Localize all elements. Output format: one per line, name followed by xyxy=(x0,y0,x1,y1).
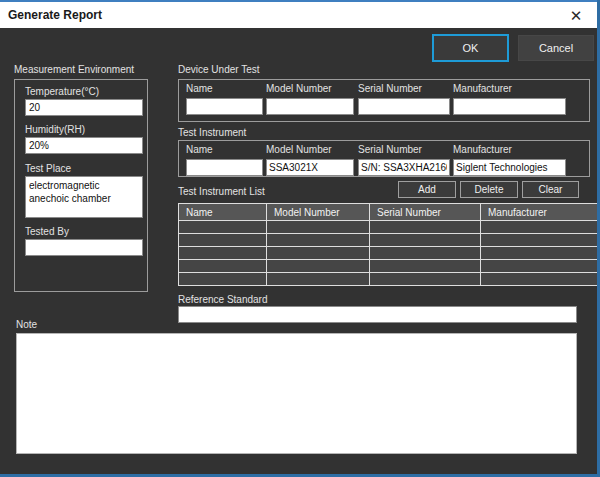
ti-serial-field: Serial Number xyxy=(358,144,450,176)
dut-model-field: Model Number xyxy=(266,83,354,115)
ti-name-input[interactable] xyxy=(186,159,263,176)
dialog-body: OK Cancel Measurement Environment Temper… xyxy=(0,28,597,474)
humidity-input[interactable] xyxy=(25,137,143,154)
dut-model-input[interactable] xyxy=(266,98,354,115)
cancel-button[interactable]: Cancel xyxy=(518,35,594,61)
test-instrument-label: Test Instrument xyxy=(178,127,246,138)
table-cell xyxy=(179,234,267,247)
column-header-name[interactable]: Name xyxy=(179,204,267,221)
table-row[interactable] xyxy=(179,273,600,286)
table-row[interactable] xyxy=(179,221,600,234)
table-header: Name Model Number Serial Number Manufact… xyxy=(179,204,600,221)
table-cell xyxy=(370,273,481,286)
table-cell xyxy=(179,221,267,234)
column-header-model-number[interactable]: Model Number xyxy=(267,204,370,221)
temperature-input[interactable] xyxy=(25,99,143,116)
ti-model-input[interactable] xyxy=(266,159,354,176)
column-header-serial-number[interactable]: Serial Number xyxy=(370,204,481,221)
dut-name-input[interactable] xyxy=(186,98,263,115)
dut-serial-label: Serial Number xyxy=(358,83,450,94)
dut-model-label: Model Number xyxy=(266,83,354,94)
table-cell xyxy=(370,247,481,260)
table-cell xyxy=(370,234,481,247)
table-cell xyxy=(370,221,481,234)
delete-button[interactable]: Delete xyxy=(460,181,518,198)
table-cell xyxy=(267,260,370,273)
clear-button[interactable]: Clear xyxy=(522,181,579,198)
add-button[interactable]: Add xyxy=(398,181,456,198)
dialog-title: Generate Report xyxy=(0,8,102,22)
dut-serial-input[interactable] xyxy=(358,98,450,115)
dut-manufacturer-input[interactable] xyxy=(453,98,566,115)
generate-report-dialog: Generate Report ✕ OK Cancel Measurement … xyxy=(0,0,600,477)
test-place-input[interactable]: electromagnetic anechoic chamber xyxy=(25,176,143,218)
tested-by-input[interactable] xyxy=(25,239,143,256)
ti-manufacturer-field: Manufacturer xyxy=(453,144,566,176)
table-cell xyxy=(179,273,267,286)
note-input[interactable] xyxy=(16,333,577,454)
test-instrument-list-label: Test Instrument List xyxy=(178,186,265,197)
ti-model-field: Model Number xyxy=(266,144,354,176)
table-cell xyxy=(481,221,600,234)
dut-manufacturer-label: Manufacturer xyxy=(453,83,566,94)
table-cell xyxy=(267,221,370,234)
test-instrument-group: Name Model Number Serial Number Manufact… xyxy=(178,140,590,177)
ti-model-label: Model Number xyxy=(266,144,354,155)
dut-name-field: Name xyxy=(186,83,263,115)
test-instrument-table-body xyxy=(179,221,600,286)
table-row[interactable] xyxy=(179,247,600,260)
table-cell xyxy=(481,260,600,273)
ti-name-label: Name xyxy=(186,144,263,155)
device-under-test-label: Device Under Test xyxy=(178,64,260,75)
ti-serial-label: Serial Number xyxy=(358,144,450,155)
table-cell xyxy=(481,234,600,247)
measurement-environment-group: Temperature(°C) Humidity(RH) Test Place … xyxy=(14,79,148,292)
ti-serial-input[interactable] xyxy=(358,159,450,176)
dut-name-label: Name xyxy=(186,83,263,94)
measurement-environment-label: Measurement Environment xyxy=(14,64,134,75)
tested-by-label: Tested By xyxy=(25,226,69,237)
table-cell xyxy=(267,273,370,286)
reference-standard-input[interactable] xyxy=(178,306,577,323)
device-under-test-group: Name Model Number Serial Number Manufact… xyxy=(178,79,590,122)
table-cell xyxy=(481,247,600,260)
ti-manufacturer-input[interactable] xyxy=(453,159,566,176)
dut-manufacturer-field: Manufacturer xyxy=(453,83,566,115)
column-header-manufacturer[interactable]: Manufacturer xyxy=(481,204,600,221)
table-cell xyxy=(370,260,481,273)
window-edge-top xyxy=(0,0,600,2)
dut-serial-field: Serial Number xyxy=(358,83,450,115)
close-icon: ✕ xyxy=(570,8,583,23)
table-cell xyxy=(179,260,267,273)
ti-manufacturer-label: Manufacturer xyxy=(453,144,566,155)
humidity-label: Humidity(RH) xyxy=(25,124,85,135)
table-cell xyxy=(179,247,267,260)
test-instrument-list-table: Name Model Number Serial Number Manufact… xyxy=(178,203,600,286)
table-row[interactable] xyxy=(179,260,600,273)
ti-name-field: Name xyxy=(186,144,263,176)
table-cell xyxy=(267,247,370,260)
reference-standard-label: Reference Standard xyxy=(178,294,268,305)
ok-button[interactable]: OK xyxy=(432,34,509,62)
temperature-label: Temperature(°C) xyxy=(25,86,99,97)
test-place-label: Test Place xyxy=(25,163,71,174)
title-bar[interactable]: Generate Report ✕ xyxy=(0,2,597,28)
close-button[interactable]: ✕ xyxy=(557,2,595,28)
table-cell xyxy=(481,273,600,286)
table-cell xyxy=(267,234,370,247)
table-row[interactable] xyxy=(179,234,600,247)
note-label: Note xyxy=(16,319,37,330)
